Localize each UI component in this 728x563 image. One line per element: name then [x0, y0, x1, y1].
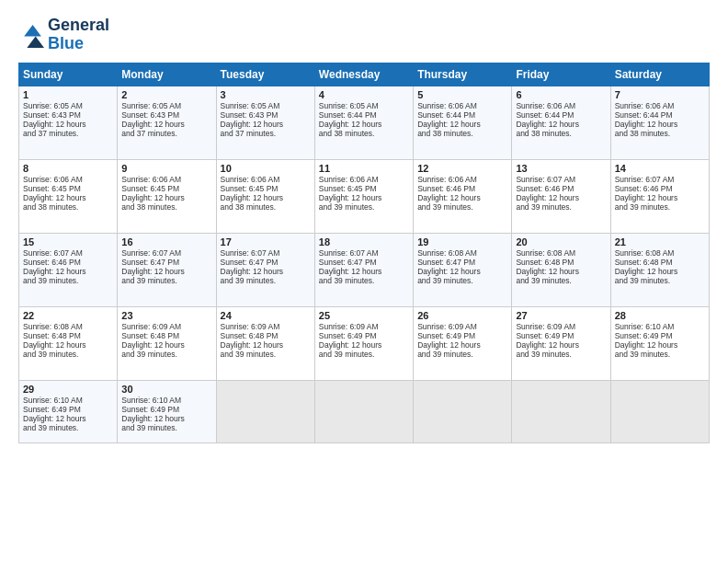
day-header-wednesday: Wednesday [314, 63, 413, 86]
day-info-line: Sunset: 6:48 PM [23, 331, 113, 340]
day-info-line: Daylight: 12 hours [121, 340, 211, 350]
calendar-week-row: 22Sunrise: 6:08 AMSunset: 6:48 PMDayligh… [19, 306, 710, 380]
calendar-cell: 20Sunrise: 6:08 AMSunset: 6:48 PMDayligh… [512, 233, 610, 306]
day-header-thursday: Thursday [414, 63, 512, 86]
calendar-cell: 29Sunrise: 6:10 AMSunset: 6:49 PMDayligh… [19, 380, 118, 442]
day-info-line: Daylight: 12 hours [23, 193, 113, 202]
day-info-line: Sunset: 6:48 PM [221, 331, 311, 340]
day-number: 29 [23, 384, 113, 395]
day-info-line: Sunset: 6:44 PM [319, 110, 409, 120]
calendar-cell: 23Sunrise: 6:09 AMSunset: 6:48 PMDayligh… [118, 306, 216, 380]
day-number: 7 [615, 89, 705, 100]
calendar-cell: 10Sunrise: 6:06 AMSunset: 6:45 PMDayligh… [216, 159, 314, 233]
day-info-line: and 38 minutes. [319, 129, 409, 138]
day-info-line: Daylight: 12 hours [23, 414, 113, 423]
day-info-line: Sunrise: 6:05 AM [319, 101, 409, 110]
calendar-cell: 17Sunrise: 6:07 AMSunset: 6:47 PMDayligh… [216, 233, 314, 306]
day-info-line: and 37 minutes. [23, 129, 113, 138]
day-number: 21 [615, 236, 705, 247]
day-number: 26 [417, 310, 507, 321]
day-number: 16 [121, 236, 211, 247]
day-number: 18 [319, 236, 409, 247]
day-info-line: and 39 minutes. [516, 202, 606, 212]
day-info-line: and 39 minutes. [319, 276, 409, 285]
calendar-week-row: 29Sunrise: 6:10 AMSunset: 6:49 PMDayligh… [19, 380, 710, 442]
day-number: 8 [23, 163, 113, 174]
day-number: 14 [615, 163, 705, 174]
day-info-line: Daylight: 12 hours [121, 120, 211, 129]
page: General Blue SundayMondayTuesdayWednesda… [0, 0, 728, 563]
day-info-line: and 39 minutes. [121, 350, 211, 359]
day-number: 28 [615, 310, 705, 321]
day-info-line: Sunset: 6:47 PM [221, 258, 311, 267]
calendar-cell: 30Sunrise: 6:10 AMSunset: 6:49 PMDayligh… [118, 380, 216, 442]
day-info-line: Daylight: 12 hours [221, 267, 311, 276]
day-info-line: Sunrise: 6:06 AM [615, 101, 705, 110]
calendar-cell: 12Sunrise: 6:06 AMSunset: 6:46 PMDayligh… [414, 159, 512, 233]
day-number: 24 [221, 310, 311, 321]
calendar-cell: 22Sunrise: 6:08 AMSunset: 6:48 PMDayligh… [19, 306, 118, 380]
day-info-line: Sunset: 6:48 PM [516, 258, 606, 267]
day-number: 3 [221, 89, 311, 100]
day-info-line: and 39 minutes. [319, 350, 409, 359]
day-info-line: Sunset: 6:44 PM [417, 110, 507, 120]
day-info-line: Daylight: 12 hours [319, 340, 409, 350]
logo-icon [18, 22, 44, 48]
day-info-line: and 39 minutes. [221, 350, 311, 359]
day-number: 11 [319, 163, 409, 174]
day-info-line: Sunrise: 6:09 AM [121, 322, 211, 331]
day-number: 27 [516, 310, 606, 321]
day-info-line: and 38 minutes. [516, 129, 606, 138]
day-info-line: Sunrise: 6:10 AM [23, 396, 113, 405]
day-info-line: Daylight: 12 hours [319, 120, 409, 129]
day-info-line: and 37 minutes. [221, 129, 311, 138]
day-info-line: Daylight: 12 hours [23, 120, 113, 129]
day-info-line: Daylight: 12 hours [615, 267, 705, 276]
day-info-line: Daylight: 12 hours [516, 120, 606, 129]
calendar-cell: 9Sunrise: 6:06 AMSunset: 6:45 PMDaylight… [118, 159, 216, 233]
day-info-line: Daylight: 12 hours [615, 120, 705, 129]
day-info-line: Sunrise: 6:05 AM [221, 101, 311, 110]
day-info-line: and 39 minutes. [417, 276, 507, 285]
day-info-line: Daylight: 12 hours [121, 414, 211, 423]
day-info-line: Sunrise: 6:10 AM [615, 322, 705, 331]
calendar-cell [610, 380, 709, 442]
day-info-line: and 39 minutes. [23, 276, 113, 285]
day-info-line: Daylight: 12 hours [417, 340, 507, 350]
day-info-line: and 38 minutes. [615, 129, 705, 138]
calendar-cell: 15Sunrise: 6:07 AMSunset: 6:46 PMDayligh… [19, 233, 118, 306]
day-info-line: Daylight: 12 hours [417, 120, 507, 129]
day-info-line: Daylight: 12 hours [417, 267, 507, 276]
day-info-line: Daylight: 12 hours [23, 267, 113, 276]
day-info-line: Sunset: 6:49 PM [417, 331, 507, 340]
day-info-line: Sunrise: 6:05 AM [121, 101, 211, 110]
day-info-line: Sunrise: 6:08 AM [516, 248, 606, 258]
day-info-line: Sunset: 6:47 PM [417, 258, 507, 267]
day-number: 23 [121, 310, 211, 321]
day-info-line: and 39 minutes. [121, 423, 211, 432]
day-info-line: Sunrise: 6:09 AM [516, 322, 606, 331]
day-info-line: and 38 minutes. [221, 202, 311, 212]
day-info-line: and 39 minutes. [516, 350, 606, 359]
day-info-line: Sunrise: 6:09 AM [319, 322, 409, 331]
day-number: 19 [417, 236, 507, 247]
calendar-cell: 24Sunrise: 6:09 AMSunset: 6:48 PMDayligh… [216, 306, 314, 380]
day-info-line: Sunset: 6:45 PM [319, 184, 409, 193]
day-info-line: and 39 minutes. [23, 423, 113, 432]
day-info-line: Sunset: 6:45 PM [23, 184, 113, 193]
day-info-line: Sunrise: 6:06 AM [23, 175, 113, 184]
day-info-line: and 39 minutes. [615, 202, 705, 212]
calendar-cell: 21Sunrise: 6:08 AMSunset: 6:48 PMDayligh… [610, 233, 709, 306]
day-info-line: Sunrise: 6:09 AM [221, 322, 311, 331]
day-info-line: Daylight: 12 hours [615, 340, 705, 350]
day-info-line: Daylight: 12 hours [516, 340, 606, 350]
day-info-line: Sunset: 6:49 PM [615, 331, 705, 340]
day-info-line: Sunset: 6:49 PM [121, 405, 211, 414]
day-info-line: Daylight: 12 hours [121, 193, 211, 202]
day-info-line: and 39 minutes. [121, 276, 211, 285]
calendar-cell: 11Sunrise: 6:06 AMSunset: 6:45 PMDayligh… [314, 159, 413, 233]
calendar-cell: 25Sunrise: 6:09 AMSunset: 6:49 PMDayligh… [314, 306, 413, 380]
day-info-line: Daylight: 12 hours [516, 193, 606, 202]
day-info-line: Sunrise: 6:06 AM [221, 175, 311, 184]
day-header-monday: Monday [118, 63, 216, 86]
